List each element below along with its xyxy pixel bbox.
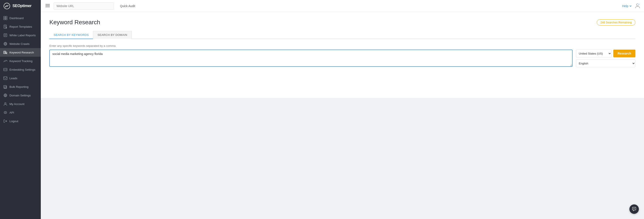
logo-text: SEOptimer [12, 4, 32, 8]
sidebar-item-keyword-research[interactable]: Keyword Research [0, 48, 41, 57]
leads-icon [4, 76, 7, 80]
help-button[interactable]: Help [622, 4, 631, 8]
sidebar-item-leads[interactable]: Leads [0, 74, 41, 82]
chat-bubble-button[interactable] [630, 204, 639, 214]
dashboard-icon [4, 16, 7, 20]
page-header: Keyword Research 246 Searches Remaining [49, 19, 636, 26]
content-card: Keyword Research 246 Searches Remaining … [41, 12, 644, 98]
sidebar-item-label: My Account [10, 102, 24, 106]
svg-line-32 [5, 69, 6, 70]
sidebar-nav: Dashboard Report Templates [0, 12, 41, 127]
search-hint: Enter any specific keywords separated by… [49, 44, 636, 48]
sidebar-item-website-crawls[interactable]: Website Crawls [0, 40, 41, 48]
language-select[interactable]: English Spanish French German [576, 60, 636, 67]
country-select[interactable]: United States (US) United Kingdom (UK) C… [576, 50, 612, 57]
report-icon [4, 25, 7, 28]
header-middle: Quick Audit [41, 2, 622, 10]
website-url-input[interactable] [54, 2, 114, 10]
svg-rect-9 [6, 16, 7, 18]
sidebar-item-bulk-reporting[interactable]: Bulk Reporting [0, 82, 41, 91]
hamburger-icon [46, 4, 50, 8]
svg-rect-33 [4, 77, 7, 80]
quick-audit-button[interactable]: Quick Audit [116, 2, 139, 10]
sidebar-item-api[interactable]: API [0, 108, 41, 117]
svg-rect-8 [4, 16, 5, 18]
logo-area: SEOptimer [0, 0, 41, 12]
svg-rect-4 [46, 7, 50, 7]
svg-point-1 [5, 6, 6, 7]
main-content: Keyword Research 246 Searches Remaining … [41, 12, 644, 219]
sidebar-item-embedding-settings[interactable]: Embedding Settings [0, 65, 41, 74]
search-controls: United States (US) United Kingdom (UK) C… [576, 50, 636, 67]
svg-text:+: + [638, 4, 639, 5]
tab-search-by-domain[interactable]: SEARCH BY DOMAIN [93, 31, 132, 39]
sidebar-item-label: API [10, 111, 14, 114]
sidebar-item-my-account[interactable]: My Account [0, 100, 41, 108]
svg-rect-11 [6, 18, 7, 20]
chat-icon [632, 207, 636, 212]
user-icon-button[interactable]: + [634, 2, 640, 9]
top-header: SEOptimer Quick Audit Help + [0, 0, 644, 12]
svg-point-44 [5, 112, 6, 113]
gray-area [41, 98, 644, 162]
sidebar-item-label: White Label Reports [10, 34, 36, 37]
sidebar-item-label: Keyword Research [10, 51, 34, 54]
sidebar-item-keyword-tracking[interactable]: Keyword Tracking [0, 57, 41, 65]
header-right: Help + [622, 2, 640, 9]
sidebar-item-label: Bulk Reporting [10, 85, 28, 88]
sidebar-item-label: Website Crawls [10, 42, 30, 46]
sidebar-item-label: Keyword Tracking [10, 60, 32, 63]
logout-icon [4, 119, 7, 123]
searches-remaining-badge: 246 Searches Remaining [597, 19, 636, 26]
sidebar-item-label: Logout [10, 120, 18, 123]
tab-bar: SEARCH BY KEYWORDS SEARCH BY DOMAIN [49, 31, 636, 39]
tab-search-by-keywords[interactable]: SEARCH BY KEYWORDS [49, 31, 93, 39]
sidebar-item-logout[interactable]: Logout [0, 117, 41, 126]
svg-rect-3 [46, 5, 50, 6]
domain-icon [4, 94, 7, 97]
sidebar-item-label: Embedding Settings [10, 68, 36, 71]
chevron-down-icon [630, 5, 631, 6]
sidebar-item-white-label[interactable]: White Label Reports [0, 31, 41, 40]
logo-icon [4, 2, 10, 10]
country-select-row: United States (US) United Kingdom (UK) C… [576, 50, 636, 57]
sidebar-item-domain-settings[interactable]: Domain Settings [0, 91, 41, 100]
page-title: Keyword Research [49, 19, 100, 26]
keyword-research-icon [4, 50, 7, 54]
account-icon [4, 102, 7, 106]
sidebar: Dashboard Report Templates [0, 12, 41, 219]
sidebar-item-dashboard[interactable]: Dashboard [0, 14, 41, 22]
app-body: Dashboard Report Templates [0, 12, 644, 219]
embed-icon [4, 68, 7, 72]
sidebar-item-report-templates[interactable]: Report Templates [0, 22, 41, 31]
sidebar-item-label: Report Templates [10, 25, 32, 28]
keyword-tracking-icon [4, 59, 7, 63]
api-icon [4, 110, 7, 114]
search-row: social media marketing agency florida Un… [49, 50, 636, 67]
crawl-icon [4, 42, 7, 46]
sidebar-item-label: Domain Settings [10, 94, 31, 97]
hamburger-button[interactable] [44, 2, 51, 10]
keyword-input[interactable]: social media marketing agency florida [49, 50, 572, 67]
user-avatar-icon: + [634, 2, 640, 8]
svg-rect-12 [4, 25, 6, 28]
sidebar-item-label: Leads [10, 77, 18, 80]
svg-rect-10 [4, 18, 5, 20]
svg-point-43 [5, 103, 6, 104]
white-label-icon [4, 33, 7, 37]
research-button[interactable]: Research [613, 50, 636, 57]
svg-rect-2 [46, 4, 50, 4]
bulk-icon [4, 85, 7, 89]
sidebar-item-label: Dashboard [10, 16, 24, 20]
